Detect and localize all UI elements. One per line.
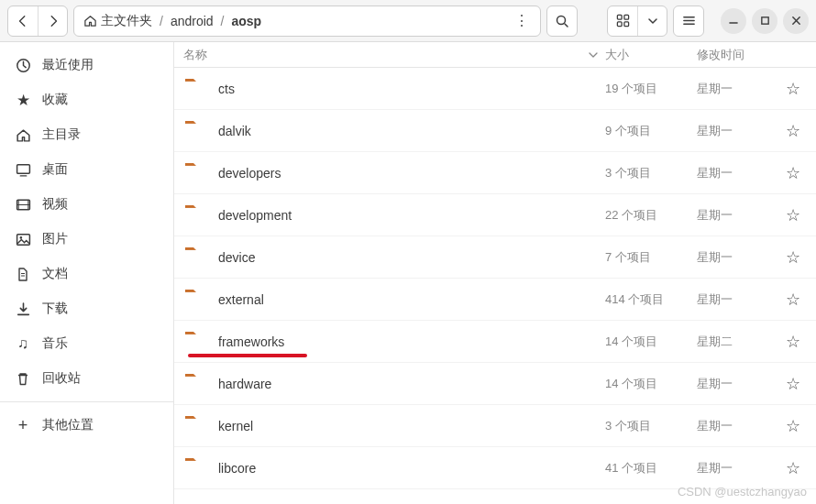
- folder-size: 14 个项目: [605, 376, 697, 392]
- sidebar-item-label: 桌面: [42, 161, 68, 178]
- breadcrumb-segment[interactable]: android: [167, 12, 217, 30]
- folder-row[interactable]: hardware14 个项目星期一☆: [174, 363, 816, 405]
- window-close-button[interactable]: [783, 8, 809, 34]
- star-button[interactable]: ☆: [779, 121, 807, 141]
- sidebar-item-desktop[interactable]: 桌面: [0, 152, 173, 187]
- folder-row[interactable]: kernel3 个项目星期一☆: [174, 405, 816, 447]
- chevron-down-icon: [648, 16, 657, 26]
- folder-size: 3 个项目: [605, 165, 697, 181]
- window-maximize-button[interactable]: [752, 8, 777, 34]
- sidebar-item-document[interactable]: 文档: [0, 257, 173, 291]
- breadcrumb-home-label: 主文件夹: [101, 13, 152, 29]
- home-icon: [83, 14, 97, 27]
- main-pane: 名称 大小 修改时间 cts19 个项目星期一☆dalvik9 个项目星期一☆d…: [174, 42, 816, 504]
- breadcrumb-segment-current[interactable]: aosp: [227, 12, 265, 30]
- clock-icon: [15, 58, 31, 73]
- column-header-modified[interactable]: 修改时间: [697, 47, 779, 63]
- star-button[interactable]: ☆: [779, 416, 807, 436]
- folder-icon: [183, 245, 211, 270]
- star-button[interactable]: ☆: [779, 205, 807, 225]
- search-icon: [555, 14, 569, 28]
- svg-point-0: [557, 16, 566, 24]
- column-header-name[interactable]: 名称: [183, 47, 605, 63]
- folder-name: libcore: [218, 461, 605, 476]
- folder-name: dalvik: [218, 124, 605, 138]
- download-icon: [15, 301, 31, 317]
- trash-icon: [15, 371, 31, 387]
- sidebar-item-home[interactable]: 主目录: [0, 117, 173, 152]
- folder-row[interactable]: development22 个项目星期一☆: [174, 194, 816, 236]
- folder-modified: 星期一: [697, 376, 779, 392]
- star-button[interactable]: ☆: [779, 290, 807, 310]
- folder-icon: [183, 203, 211, 228]
- folder-size: 41 个项目: [605, 460, 697, 477]
- sidebar-item-download[interactable]: 下载: [0, 291, 173, 326]
- path-more-button[interactable]: ⋮: [509, 12, 535, 29]
- folder-name: kernel: [218, 419, 605, 433]
- star-button[interactable]: ☆: [779, 332, 807, 352]
- hamburger-menu-button[interactable]: [673, 5, 704, 37]
- folder-modified: 星期一: [697, 460, 779, 477]
- star-button[interactable]: ☆: [779, 163, 807, 183]
- folder-row[interactable]: external414 个项目星期一☆: [174, 279, 816, 321]
- breadcrumb-home[interactable]: 主文件夹: [80, 11, 156, 31]
- folder-icon: [183, 413, 211, 439]
- folder-row[interactable]: cts19 个项目星期一☆: [174, 68, 816, 110]
- view-dropdown-button[interactable]: [637, 6, 667, 36]
- video-icon: [15, 197, 31, 213]
- folder-size: 7 个项目: [605, 249, 697, 266]
- folder-size: 3 个项目: [605, 418, 697, 434]
- path-bar[interactable]: 主文件夹 / android / aosp ⋮: [73, 5, 541, 37]
- sidebar-item-label: 图片: [42, 231, 68, 247]
- sidebar-item-video[interactable]: 视频: [0, 187, 173, 222]
- chevron-right-icon: [47, 15, 60, 27]
- folder-icon: [183, 287, 211, 312]
- window-minimize-button[interactable]: [721, 8, 746, 34]
- breadcrumb-sep: /: [221, 14, 225, 28]
- star-button[interactable]: ☆: [779, 374, 807, 394]
- chevron-left-icon: [17, 15, 29, 27]
- folder-row[interactable]: dalvik9 个项目星期一☆: [174, 110, 816, 152]
- star-button[interactable]: ☆: [779, 79, 807, 99]
- sidebar-item-clock[interactable]: 最近使用: [0, 48, 173, 82]
- sidebar-item-trash[interactable]: 回收站: [0, 361, 173, 396]
- folder-row[interactable]: device7 个项目星期一☆: [174, 236, 816, 279]
- folder-row[interactable]: developers3 个项目星期一☆: [174, 152, 816, 194]
- svg-rect-1: [617, 15, 622, 19]
- folder-icon: [183, 160, 211, 186]
- menu-icon: [682, 14, 696, 27]
- column-headers: 名称 大小 修改时间: [174, 42, 816, 68]
- music-icon: ♫: [15, 336, 31, 351]
- icon-view-button[interactable]: [608, 6, 637, 36]
- folder-name: developers: [218, 166, 605, 181]
- sidebar: 最近使用★收藏主目录桌面视频图片文档下载♫音乐回收站+其他位置: [0, 42, 174, 504]
- sidebar-item-image[interactable]: 图片: [0, 222, 173, 257]
- maximize-icon: [760, 16, 770, 26]
- sidebar-item-star[interactable]: ★收藏: [0, 82, 173, 117]
- star-button[interactable]: ☆: [779, 458, 807, 478]
- sidebar-item-label: 回收站: [42, 370, 81, 387]
- sidebar-separator: [0, 401, 173, 402]
- svg-rect-7: [17, 164, 29, 173]
- toolbar: 主文件夹 / android / aosp ⋮: [0, 0, 816, 42]
- folder-row[interactable]: libcore41 个项目星期一☆: [174, 447, 816, 489]
- highlight-underline: [188, 354, 307, 357]
- folder-size: 19 个项目: [605, 81, 697, 97]
- folder-modified: 星期一: [697, 165, 779, 181]
- folder-name: hardware: [218, 377, 605, 391]
- folder-modified: 星期一: [697, 123, 779, 139]
- folder-icon: [183, 118, 211, 144]
- star-button[interactable]: ☆: [779, 247, 807, 268]
- folder-row[interactable]: frameworks14 个项目星期二☆: [174, 321, 816, 363]
- sidebar-item-music[interactable]: ♫音乐: [0, 326, 173, 361]
- column-header-size[interactable]: 大小: [605, 47, 697, 63]
- folder-size: 22 个项目: [605, 207, 697, 224]
- nav-forward-button[interactable]: [38, 6, 67, 36]
- star-icon: ★: [15, 93, 31, 108]
- svg-rect-5: [761, 17, 767, 24]
- folder-icon: [183, 371, 211, 397]
- nav-back-button[interactable]: [8, 6, 38, 36]
- home-icon: [15, 127, 31, 143]
- sidebar-item-other-locations[interactable]: +其他位置: [0, 408, 173, 443]
- search-button[interactable]: [546, 5, 578, 37]
